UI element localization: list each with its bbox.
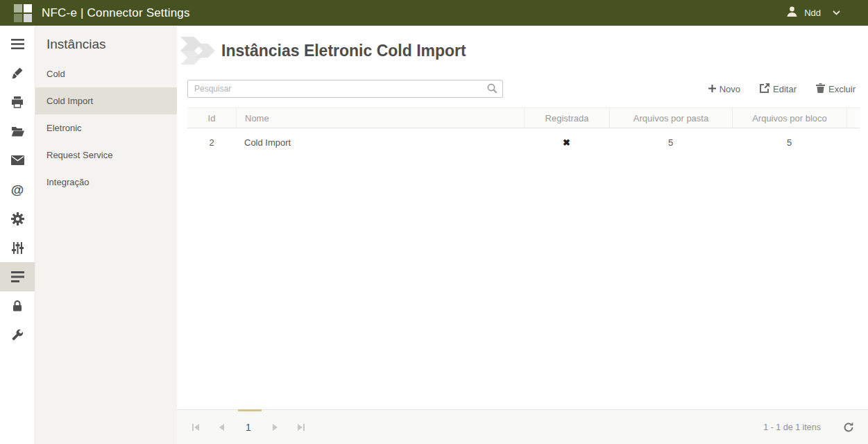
panel-title: Instâncias	[46, 37, 177, 52]
delete-button-label: Excluir	[828, 84, 856, 94]
cell-arquivos-por-pasta: 5	[609, 137, 732, 148]
trash-icon	[816, 83, 825, 95]
refresh-icon[interactable]	[840, 422, 857, 433]
gear-icon[interactable]	[0, 204, 35, 233]
panel-item-cold[interactable]: Cold	[35, 60, 177, 87]
main-content: Instâncias Eletronic Cold Import Novo	[177, 26, 868, 444]
delete-button[interactable]: Excluir	[813, 82, 858, 96]
tools-icon[interactable]	[0, 58, 35, 87]
column-header-registrada[interactable]: Registrada	[524, 108, 609, 128]
instances-table: Id Nome Registrada Arquivos por pasta Ar…	[187, 108, 860, 156]
cell-registrada-x-icon: ✖	[524, 137, 609, 148]
edit-icon	[760, 83, 769, 95]
panel-item-request-service[interactable]: Request Service	[35, 142, 177, 169]
page-header: Instâncias Eletronic Cold Import	[177, 26, 868, 73]
pager: 1 1 - 1 de 1 itens	[177, 409, 868, 444]
cell-id: 2	[187, 137, 236, 148]
column-header-id[interactable]: Id	[187, 108, 236, 128]
toolbar: Novo Editar	[177, 73, 868, 106]
folder-icon[interactable]	[0, 117, 35, 146]
panel-item-cold-import[interactable]: Cold Import	[35, 87, 177, 114]
page-title: Instâncias Eletronic Cold Import	[221, 42, 466, 60]
panel-item-integracao[interactable]: Integração	[35, 169, 177, 196]
first-page-icon[interactable]	[182, 417, 209, 438]
panel-item-eletronic[interactable]: Eletronic	[35, 114, 177, 142]
mail-icon[interactable]	[0, 146, 35, 175]
chevron-down-icon[interactable]	[833, 10, 840, 15]
new-button-label: Novo	[720, 84, 740, 94]
topbar: NFC-e | Connector Settings Ndd	[0, 0, 868, 26]
previous-page-icon[interactable]	[209, 417, 235, 438]
lock-icon[interactable]	[0, 291, 35, 321]
search-box	[187, 80, 503, 98]
new-button[interactable]: Novo	[706, 82, 743, 96]
last-page-icon[interactable]	[288, 417, 314, 438]
instances-panel: Instâncias Cold Cold Import Eletronic Re…	[35, 26, 177, 444]
app-logo-icon	[14, 4, 32, 22]
user-icon	[786, 6, 798, 20]
wrench-icon[interactable]	[0, 321, 35, 350]
pager-info: 1 - 1 de 1 itens	[763, 422, 821, 432]
edit-button-label: Editar	[773, 84, 797, 94]
cell-arquivos-por-bloco: 5	[732, 137, 846, 148]
menu-icon[interactable]	[0, 29, 35, 58]
page-number[interactable]: 1	[235, 422, 262, 433]
search-icon[interactable]	[487, 83, 497, 96]
at-icon[interactable]: @	[0, 175, 35, 204]
user-menu-label[interactable]: Ndd	[804, 8, 821, 18]
app-title: NFC-e | Connector Settings	[42, 6, 190, 20]
current-page-indicator	[238, 409, 262, 411]
icon-sidebar: @	[0, 26, 35, 444]
edit-button[interactable]: Editar	[757, 82, 799, 96]
printer-icon[interactable]	[0, 87, 35, 117]
instances-header-icon	[178, 35, 219, 66]
table-header: Id Nome Registrada Arquivos por pasta Ar…	[187, 108, 860, 128]
search-input[interactable]	[187, 80, 503, 98]
plus-icon	[708, 84, 716, 94]
cell-nome: Cold Import	[236, 137, 524, 148]
column-header-spacer	[846, 108, 860, 128]
sliders-icon[interactable]	[0, 233, 35, 262]
column-header-nome[interactable]: Nome	[236, 108, 524, 128]
column-header-arquivos-por-pasta[interactable]: Arquivos por pasta	[609, 108, 732, 128]
table-row[interactable]: 2 Cold Import ✖ 5 5	[187, 128, 860, 156]
next-page-icon[interactable]	[262, 417, 288, 438]
instances-icon[interactable]	[0, 262, 35, 291]
column-header-arquivos-por-bloco[interactable]: Arquivos por bloco	[732, 108, 846, 128]
